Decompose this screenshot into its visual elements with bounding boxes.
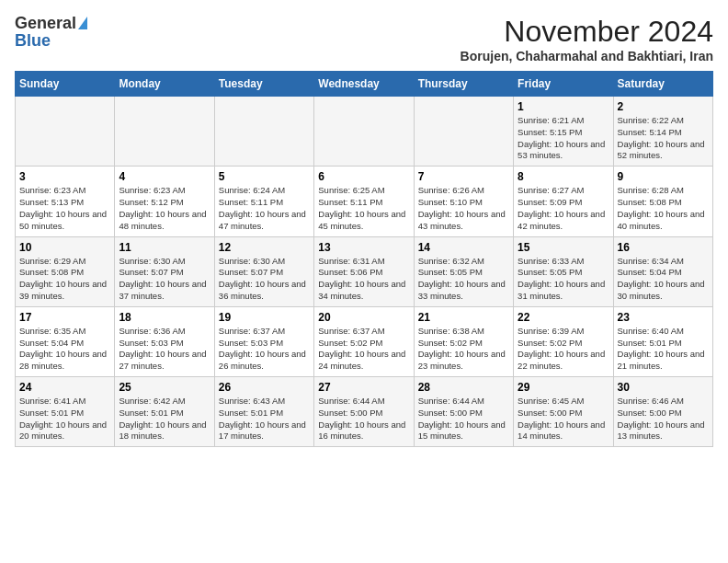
- calendar-week-row: 3Sunrise: 6:23 AMSunset: 5:13 PMDaylight…: [16, 167, 713, 236]
- day-info: Sunrise: 6:32 AMSunset: 5:05 PMDaylight:…: [418, 256, 509, 303]
- calendar-cell: 6Sunrise: 6:25 AMSunset: 5:11 PMDaylight…: [314, 167, 414, 236]
- day-number: 17: [19, 311, 110, 324]
- calendar-cell: 10Sunrise: 6:29 AMSunset: 5:08 PMDayligh…: [16, 236, 115, 306]
- calendar-cell: 12Sunrise: 6:30 AMSunset: 5:07 PMDayligh…: [214, 236, 313, 306]
- day-number: 20: [318, 311, 409, 324]
- day-info: Sunrise: 6:37 AMSunset: 5:03 PMDaylight:…: [219, 326, 310, 373]
- calendar-table: SundayMondayTuesdayWednesdayThursdayFrid…: [15, 71, 713, 447]
- calendar-cell: 1Sunrise: 6:21 AMSunset: 5:15 PMDaylight…: [514, 97, 613, 167]
- day-info: Sunrise: 6:27 AMSunset: 5:09 PMDaylight:…: [518, 185, 609, 232]
- day-info: Sunrise: 6:45 AMSunset: 5:00 PMDaylight:…: [518, 396, 609, 442]
- day-number: 18: [119, 311, 210, 324]
- day-number: 13: [318, 241, 409, 254]
- calendar-cell: 3Sunrise: 6:23 AMSunset: 5:13 PMDaylight…: [16, 167, 115, 236]
- day-number: 30: [618, 381, 709, 394]
- day-info: Sunrise: 6:43 AMSunset: 5:01 PMDaylight:…: [219, 396, 310, 442]
- day-number: 24: [19, 381, 110, 394]
- calendar-cell: 2Sunrise: 6:22 AMSunset: 5:14 PMDaylight…: [613, 97, 712, 167]
- day-info: Sunrise: 6:34 AMSunset: 5:04 PMDaylight:…: [618, 256, 709, 303]
- day-number: 5: [219, 170, 310, 183]
- day-info: Sunrise: 6:44 AMSunset: 5:00 PMDaylight:…: [318, 396, 409, 442]
- calendar-cell: 14Sunrise: 6:32 AMSunset: 5:05 PMDayligh…: [414, 236, 513, 306]
- day-number: 19: [219, 311, 310, 324]
- calendar-cell: 30Sunrise: 6:46 AMSunset: 5:00 PMDayligh…: [613, 377, 712, 447]
- day-info: Sunrise: 6:29 AMSunset: 5:08 PMDaylight:…: [19, 256, 110, 303]
- calendar-cell: 17Sunrise: 6:35 AMSunset: 5:04 PMDayligh…: [16, 306, 115, 376]
- calendar-week-row: 10Sunrise: 6:29 AMSunset: 5:08 PMDayligh…: [16, 236, 713, 306]
- day-number: 2: [618, 100, 709, 113]
- calendar-week-row: 17Sunrise: 6:35 AMSunset: 5:04 PMDayligh…: [16, 306, 713, 376]
- calendar-cell: 19Sunrise: 6:37 AMSunset: 5:03 PMDayligh…: [214, 306, 313, 376]
- calendar-cell: [16, 97, 115, 167]
- day-info: Sunrise: 6:21 AMSunset: 5:15 PMDaylight:…: [518, 115, 609, 162]
- calendar-cell: [414, 97, 513, 167]
- day-info: Sunrise: 6:44 AMSunset: 5:00 PMDaylight:…: [418, 396, 509, 442]
- day-info: Sunrise: 6:22 AMSunset: 5:14 PMDaylight:…: [618, 115, 709, 162]
- day-number: 4: [119, 170, 210, 183]
- day-info: Sunrise: 6:26 AMSunset: 5:10 PMDaylight:…: [418, 185, 509, 232]
- page-subtitle: Borujen, Chaharmahal and Bakhtiari, Iran: [461, 49, 713, 63]
- calendar-cell: 22Sunrise: 6:39 AMSunset: 5:02 PMDayligh…: [514, 306, 613, 376]
- calendar-header-cell: Wednesday: [314, 72, 414, 97]
- title-area: November 2024 Borujen, Chaharmahal and B…: [461, 15, 713, 63]
- calendar-cell: 18Sunrise: 6:36 AMSunset: 5:03 PMDayligh…: [115, 306, 214, 376]
- calendar-cell: 25Sunrise: 6:42 AMSunset: 5:01 PMDayligh…: [115, 377, 214, 447]
- page-title: November 2024: [461, 15, 713, 49]
- day-number: 28: [418, 381, 509, 394]
- day-info: Sunrise: 6:33 AMSunset: 5:05 PMDaylight:…: [518, 256, 609, 303]
- day-info: Sunrise: 6:36 AMSunset: 5:03 PMDaylight:…: [119, 326, 210, 373]
- day-number: 26: [219, 381, 310, 394]
- day-info: Sunrise: 6:37 AMSunset: 5:02 PMDaylight:…: [318, 326, 409, 373]
- page-header: General Blue November 2024 Borujen, Chah…: [15, 15, 713, 63]
- calendar-header-cell: Thursday: [414, 72, 513, 97]
- calendar-cell: 23Sunrise: 6:40 AMSunset: 5:01 PMDayligh…: [613, 306, 712, 376]
- calendar-cell: 29Sunrise: 6:45 AMSunset: 5:00 PMDayligh…: [514, 377, 613, 447]
- calendar-cell: 5Sunrise: 6:24 AMSunset: 5:11 PMDaylight…: [214, 167, 313, 236]
- calendar-header-row: SundayMondayTuesdayWednesdayThursdayFrid…: [16, 72, 713, 97]
- day-number: 21: [418, 311, 509, 324]
- day-info: Sunrise: 6:30 AMSunset: 5:07 PMDaylight:…: [119, 256, 210, 303]
- day-info: Sunrise: 6:23 AMSunset: 5:12 PMDaylight:…: [119, 185, 210, 232]
- day-info: Sunrise: 6:35 AMSunset: 5:04 PMDaylight:…: [19, 326, 110, 373]
- calendar-cell: [214, 97, 313, 167]
- day-info: Sunrise: 6:39 AMSunset: 5:02 PMDaylight:…: [518, 326, 609, 373]
- day-number: 27: [318, 381, 409, 394]
- calendar-cell: [115, 97, 214, 167]
- calendar-header-cell: Friday: [514, 72, 613, 97]
- day-info: Sunrise: 6:25 AMSunset: 5:11 PMDaylight:…: [318, 185, 409, 232]
- calendar-cell: 15Sunrise: 6:33 AMSunset: 5:05 PMDayligh…: [514, 236, 613, 306]
- day-info: Sunrise: 6:28 AMSunset: 5:08 PMDaylight:…: [618, 185, 709, 232]
- day-number: 22: [518, 311, 609, 324]
- day-number: 12: [219, 241, 310, 254]
- day-number: 7: [418, 170, 509, 183]
- day-info: Sunrise: 6:41 AMSunset: 5:01 PMDaylight:…: [19, 396, 110, 442]
- day-info: Sunrise: 6:42 AMSunset: 5:01 PMDaylight:…: [119, 396, 210, 442]
- day-info: Sunrise: 6:31 AMSunset: 5:06 PMDaylight:…: [318, 256, 409, 303]
- logo-arrow-icon: [78, 17, 87, 29]
- calendar-week-row: 1Sunrise: 6:21 AMSunset: 5:15 PMDaylight…: [16, 97, 713, 167]
- calendar-header-cell: Tuesday: [214, 72, 313, 97]
- day-info: Sunrise: 6:40 AMSunset: 5:01 PMDaylight:…: [618, 326, 709, 373]
- day-number: 14: [418, 241, 509, 254]
- calendar-cell: 16Sunrise: 6:34 AMSunset: 5:04 PMDayligh…: [613, 236, 712, 306]
- day-number: 10: [19, 241, 110, 254]
- calendar-week-row: 24Sunrise: 6:41 AMSunset: 5:01 PMDayligh…: [16, 377, 713, 447]
- day-number: 9: [618, 170, 709, 183]
- calendar-cell: 26Sunrise: 6:43 AMSunset: 5:01 PMDayligh…: [214, 377, 313, 447]
- logo: General Blue: [15, 15, 87, 51]
- calendar-cell: 7Sunrise: 6:26 AMSunset: 5:10 PMDaylight…: [414, 167, 513, 236]
- day-info: Sunrise: 6:46 AMSunset: 5:00 PMDaylight:…: [618, 396, 709, 442]
- calendar-cell: 11Sunrise: 6:30 AMSunset: 5:07 PMDayligh…: [115, 236, 214, 306]
- calendar-cell: [314, 97, 414, 167]
- calendar-header-cell: Monday: [115, 72, 214, 97]
- logo-blue-text: Blue: [15, 31, 51, 51]
- day-number: 11: [119, 241, 210, 254]
- day-number: 15: [518, 241, 609, 254]
- day-info: Sunrise: 6:38 AMSunset: 5:02 PMDaylight:…: [418, 326, 509, 373]
- day-number: 23: [618, 311, 709, 324]
- day-number: 8: [518, 170, 609, 183]
- calendar-cell: 8Sunrise: 6:27 AMSunset: 5:09 PMDaylight…: [514, 167, 613, 236]
- calendar-cell: 21Sunrise: 6:38 AMSunset: 5:02 PMDayligh…: [414, 306, 513, 376]
- day-info: Sunrise: 6:24 AMSunset: 5:11 PMDaylight:…: [219, 185, 310, 232]
- calendar-cell: 28Sunrise: 6:44 AMSunset: 5:00 PMDayligh…: [414, 377, 513, 447]
